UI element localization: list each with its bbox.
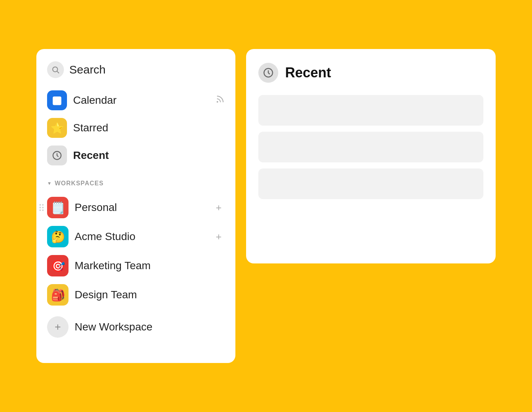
- chevron-down-icon: ▼: [47, 181, 52, 186]
- marketing-emoji: 🎯: [51, 259, 65, 273]
- nav-item-calendar[interactable]: Calendar: [47, 87, 225, 114]
- design-icon: 🎒: [47, 284, 69, 306]
- rss-svg: [215, 95, 225, 104]
- new-workspace-icon: +: [47, 316, 69, 338]
- workspaces-section-header: ▼ WORKSPACES: [47, 180, 225, 187]
- svg-line-1: [57, 71, 59, 73]
- search-row[interactable]: Search: [47, 61, 225, 78]
- personal-label: Personal: [75, 201, 207, 214]
- recent-nav-icon: [47, 146, 67, 165]
- workspace-item-design[interactable]: 🎒 Design Team: [47, 280, 225, 309]
- search-icon: [47, 61, 64, 78]
- marketing-icon: 🎯: [47, 255, 69, 276]
- nav-recent-label: Recent: [73, 149, 225, 162]
- calendar-svg: [51, 95, 63, 106]
- recent-item-1[interactable]: [258, 95, 483, 126]
- design-label: Design Team: [75, 289, 225, 301]
- acme-add-button[interactable]: +: [213, 229, 225, 244]
- nav-starred-label: Starred: [73, 122, 225, 134]
- star-emoji: ⭐: [51, 122, 64, 134]
- workspace-item-acme[interactable]: 🤔 Acme Studio +: [47, 222, 225, 251]
- svg-point-6: [217, 101, 218, 102]
- workspace-item-personal[interactable]: 🗒️ Personal +: [47, 193, 225, 222]
- marketing-label: Marketing Team: [75, 260, 225, 272]
- nav-calendar-label: Calendar: [73, 94, 209, 106]
- acme-label: Acme Studio: [75, 231, 207, 243]
- clock-main-svg: [263, 67, 274, 78]
- clock-nav-svg: [52, 150, 62, 161]
- nav-item-recent[interactable]: Recent: [47, 142, 225, 169]
- svg-rect-2: [53, 96, 62, 105]
- new-workspace-item[interactable]: + New Workspace: [47, 312, 225, 342]
- acme-icon: 🤔: [47, 226, 69, 247]
- rss-icon: [215, 95, 225, 106]
- personal-add-button[interactable]: +: [213, 200, 225, 215]
- personal-icon: 🗒️: [47, 197, 69, 218]
- svg-point-0: [53, 67, 58, 72]
- new-workspace-label: New Workspace: [75, 321, 152, 333]
- design-emoji: 🎒: [51, 288, 65, 302]
- search-label: Search: [69, 63, 106, 76]
- main-panel: Recent: [246, 49, 496, 263]
- starred-icon: ⭐: [47, 118, 67, 138]
- drag-dots-personal: [39, 204, 44, 211]
- recent-title: Recent: [285, 65, 331, 81]
- workspaces-label: WORKSPACES: [55, 180, 104, 187]
- recent-header: Recent: [258, 63, 483, 83]
- personal-emoji: 🗒️: [51, 201, 65, 214]
- recent-clock-icon: [258, 63, 278, 83]
- sidebar: Search Calendar: [36, 49, 235, 363]
- workspace-item-marketing[interactable]: 🎯 Marketing Team: [47, 251, 225, 280]
- nav-item-starred[interactable]: ⭐ Starred: [47, 114, 225, 142]
- recent-item-3[interactable]: [258, 168, 483, 199]
- search-svg: [51, 65, 60, 74]
- acme-emoji: 🤔: [51, 230, 65, 244]
- app-container: Search Calendar: [36, 49, 496, 363]
- calendar-icon: [47, 90, 67, 110]
- recent-item-2[interactable]: [258, 132, 483, 162]
